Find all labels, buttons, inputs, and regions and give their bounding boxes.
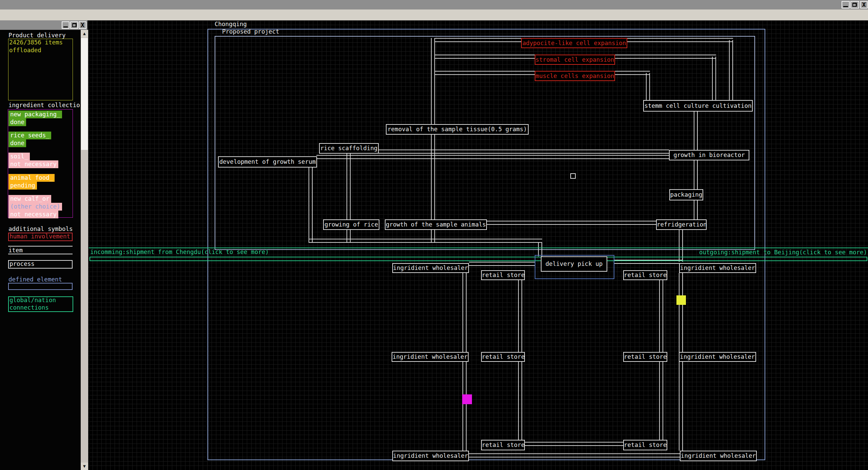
connector-pipe (462, 273, 467, 352)
minimize-icon (63, 26, 68, 27)
sidebar-minimize-button[interactable] (62, 21, 70, 29)
scroll-down-button[interactable]: ▼ (81, 463, 88, 470)
scrollbar-thumb[interactable] (81, 38, 88, 150)
connector-pipe (309, 239, 542, 243)
restore-button[interactable] (850, 1, 859, 8)
legend-sidebar: Product delivery 2426/3856 items offload… (0, 30, 81, 470)
minimize-button[interactable] (842, 1, 850, 8)
node-sample-animals-growth[interactable]: growth of the sample animals (385, 219, 487, 230)
ingredient-name: animal food_ (8, 174, 55, 182)
node-wholesaler[interactable]: ingridient wholesaler (392, 263, 469, 273)
node-packaging[interactable]: packaging (669, 189, 703, 200)
ingredient-new-packaging: new packaging_ done (8, 111, 62, 126)
connector-pipe (538, 243, 542, 256)
small-square-marker[interactable] (570, 173, 576, 179)
node-wholesaler[interactable]: ingridient wholesaler (680, 451, 757, 461)
connector-pipe (347, 154, 351, 220)
outgoing-shipment-link[interactable]: outgoing:shipment to Beijing(click to se… (699, 249, 867, 256)
ingredient-note: (other choice) (8, 203, 62, 211)
connector-pipe (518, 280, 522, 352)
incoming-shipment-link[interactable]: incomming:shipment from Chengdu(click to… (90, 249, 269, 255)
connector-pipe (615, 71, 650, 75)
node-growth-serum[interactable]: development of growth serum (218, 156, 317, 168)
symbols-heading: additional symbols (8, 226, 73, 232)
legend-process: process (8, 260, 73, 269)
node-refridgeration[interactable]: refridgeration (656, 219, 707, 230)
node-rice-scaffolding[interactable]: rice scaffolding (319, 143, 379, 154)
ingredient-name: new packaging_ (8, 111, 62, 118)
delivery-status-box: 2426/3856 items offloaded (8, 39, 73, 100)
connector-pipe (431, 38, 435, 125)
connector-pipe (627, 38, 733, 42)
connector-pipe (469, 262, 535, 266)
node-delivery-pickup[interactable]: delivery pick up (541, 256, 607, 272)
global-connection-line (89, 248, 868, 248)
ingredient-status: pending (8, 182, 37, 190)
global-connection-pipe (90, 257, 867, 261)
node-retail-store[interactable]: retail store (623, 352, 667, 362)
sidebar-restore-button[interactable] (70, 21, 78, 29)
legend-human-label: human involvement (9, 233, 70, 240)
connector-pipe (378, 150, 669, 154)
sidebar-scrollbar[interactable]: ▲ ▼ (81, 30, 88, 470)
node-retail-store[interactable]: retail store (481, 440, 525, 450)
magenta-marker (462, 394, 472, 404)
ingredients-heading: ingredient collectio (8, 102, 80, 109)
node-wholesaler[interactable]: ingridient wholesaler (392, 352, 469, 362)
restore-icon (72, 23, 77, 27)
legend-global-line2: connections (9, 304, 49, 311)
ingredient-soil: soil_ not necessary (8, 153, 58, 168)
node-retail-store[interactable]: retail store (481, 352, 525, 362)
node-adypocite-expansion[interactable]: adypocite-like cell expansion (521, 38, 627, 48)
scroll-up-button[interactable]: ▲ (81, 30, 88, 37)
close-icon: X (861, 2, 867, 7)
item-line-top (8, 246, 73, 247)
connector-pipe (646, 73, 650, 100)
connector-pipe (659, 362, 663, 440)
ingredient-name: rice seeds_ (8, 132, 51, 139)
ingredient-status: done (8, 118, 26, 126)
offload-count: 2426/3856 items (9, 39, 63, 46)
node-retail-store[interactable]: retail store (623, 270, 667, 280)
ingredient-new-calf: new calf_or (other choice) not necessary (8, 195, 62, 218)
node-stem-cell-cultivation[interactable]: stemm cell culture cultivation (643, 100, 753, 112)
node-growing-rice[interactable]: growing of rice (323, 219, 379, 230)
node-retail-store[interactable]: retail store (623, 440, 667, 450)
node-wholesaler[interactable]: ingridient wholesaler (679, 263, 756, 273)
legend-human-involvement: human involvement (8, 233, 73, 241)
connector-pipe (469, 453, 680, 457)
sidebar-title: Product delivery (8, 32, 66, 39)
connector-pipe (487, 221, 656, 225)
project-label: Proposed project (222, 28, 279, 35)
scroll-up-icon: ▲ (83, 31, 86, 36)
ingredient-status: not necessary (8, 211, 58, 218)
connector-pipe (679, 362, 683, 451)
yellow-marker (676, 295, 686, 305)
node-tissue-removal[interactable]: removal of the sample tissue(0.5 grams) (386, 124, 529, 135)
connector-pipe (435, 71, 535, 75)
node-wholesaler[interactable]: ingridient wholesaler (392, 451, 469, 461)
ingredient-rice-seeds: rice seeds_ done (8, 132, 51, 147)
ingredient-animal-food: animal food_ pending (8, 174, 55, 190)
node-retail-store[interactable]: retail store (481, 270, 525, 280)
connector-pipe (435, 38, 522, 42)
legend-defined-element-box (8, 283, 73, 290)
close-button[interactable]: X (860, 1, 868, 8)
node-wholesaler[interactable]: ingridient wholesaler (679, 352, 756, 362)
ingredient-name: new calf_or (8, 195, 51, 203)
item-line-bottom (8, 254, 73, 254)
ingredient-status: not necessary (8, 160, 58, 168)
legend-defined-element-label: defined element (8, 276, 62, 283)
node-stromal-expansion[interactable]: stromal cell expansion (535, 55, 615, 65)
connector-pipe (659, 280, 663, 352)
connector-pipe (694, 160, 698, 190)
node-bioreactor-growth[interactable]: growth in bioreactor (669, 150, 749, 160)
connector-pipe (316, 155, 669, 159)
sidebar-close-button[interactable]: X (79, 21, 86, 29)
connector-pipe (712, 57, 716, 100)
window-titlebar[interactable] (0, 0, 868, 9)
connector-pipe (431, 135, 435, 220)
ingredient-name: soil_ (8, 153, 30, 160)
connector-pipe (694, 200, 698, 220)
node-muscle-expansion[interactable]: muscle cells expansion (535, 71, 615, 81)
